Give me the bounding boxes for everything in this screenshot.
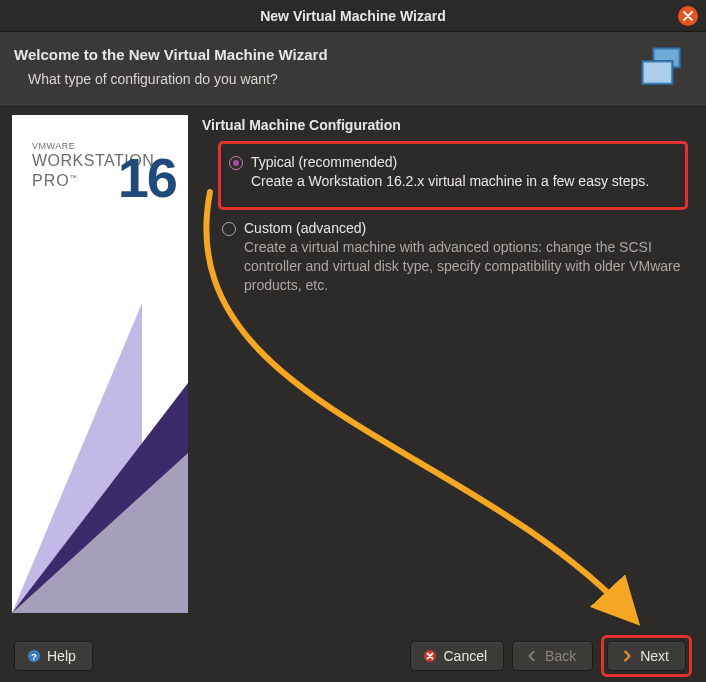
- radio-option-typical[interactable]: Typical (recommended) Create a Workstati…: [225, 148, 677, 201]
- svg-rect-3: [644, 63, 672, 83]
- svg-text:?: ?: [31, 651, 37, 662]
- help-button[interactable]: ? Help: [14, 641, 93, 671]
- option-label: Typical (recommended): [251, 154, 649, 170]
- close-button[interactable]: [678, 6, 698, 26]
- chevron-left-icon: [525, 649, 539, 663]
- chevron-right-icon: [620, 649, 634, 663]
- main-area: VMWARE WORKSTATION PRO™ 16 Virtual Machi…: [0, 107, 706, 657]
- help-icon: ?: [27, 649, 41, 663]
- cancel-button[interactable]: Cancel: [410, 641, 504, 671]
- close-icon: [683, 11, 693, 21]
- header-text: Welcome to the New Virtual Machine Wizar…: [14, 46, 328, 87]
- brand-pro: PRO™: [32, 172, 78, 190]
- brand-version: 16: [118, 145, 176, 210]
- option-label: Custom (advanced): [244, 220, 684, 236]
- option-desc: Create a Workstation 16.2.x virtual mach…: [251, 172, 649, 191]
- back-label: Back: [545, 648, 576, 664]
- wizard-header: Welcome to the New Virtual Machine Wizar…: [0, 32, 706, 107]
- highlight-next: Next: [601, 635, 692, 677]
- radio-icon: [222, 222, 236, 236]
- back-button: Back: [512, 641, 593, 671]
- header-question: What type of configuration do you want?: [28, 71, 328, 87]
- screens-icon: [638, 46, 686, 90]
- radio-group: Typical (recommended) Create a Workstati…: [202, 141, 688, 305]
- cancel-label: Cancel: [443, 648, 487, 664]
- titlebar: New Virtual Machine Wizard: [0, 0, 706, 32]
- highlight-typical: Typical (recommended) Create a Workstati…: [218, 141, 688, 210]
- content-panel: Virtual Machine Configuration Typical (r…: [188, 107, 706, 657]
- brand-vmware: VMWARE: [32, 141, 75, 151]
- sidebar-logo: VMWARE WORKSTATION PRO™ 16: [12, 115, 188, 613]
- window-title: New Virtual Machine Wizard: [260, 8, 446, 24]
- radio-icon: [229, 156, 243, 170]
- cancel-icon: [423, 649, 437, 663]
- radio-option-custom[interactable]: Custom (advanced) Create a virtual machi…: [218, 214, 688, 305]
- next-button[interactable]: Next: [607, 641, 686, 671]
- footer-right: Cancel Back Next: [410, 635, 692, 677]
- footer: ? Help Cancel Back Next: [0, 630, 706, 682]
- help-label: Help: [47, 648, 76, 664]
- header-heading: Welcome to the New Virtual Machine Wizar…: [14, 46, 328, 63]
- section-title: Virtual Machine Configuration: [202, 117, 688, 133]
- next-label: Next: [640, 648, 669, 664]
- option-desc: Create a virtual machine with advanced o…: [244, 238, 684, 295]
